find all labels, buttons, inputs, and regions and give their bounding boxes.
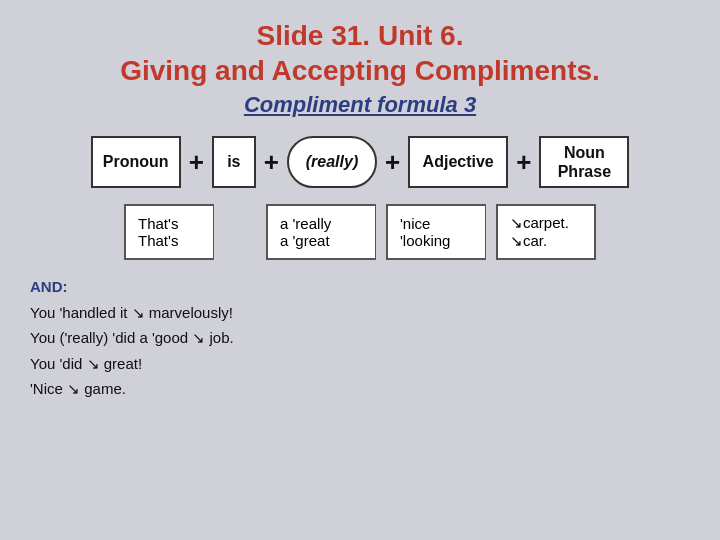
pronoun-box: Pronoun bbox=[91, 136, 181, 188]
really-box: (really) bbox=[287, 136, 377, 188]
and-section: AND: You 'handled it ↘ marvelously! You … bbox=[20, 274, 700, 402]
adjective-ex-2: 'looking bbox=[400, 232, 473, 249]
plus-4: + bbox=[514, 147, 533, 178]
formula-row: Pronoun + is + (really) + Adjective + No… bbox=[20, 136, 700, 188]
examples-row: That's That's a 'really a 'great 'nice '… bbox=[20, 204, 700, 260]
really-ex-1: a 'really bbox=[280, 215, 363, 232]
really-ex-2: a 'great bbox=[280, 232, 363, 249]
and-label: AND: bbox=[30, 278, 68, 295]
really-examples: a 'really a 'great bbox=[266, 204, 376, 260]
pronoun-examples: That's That's bbox=[124, 204, 214, 260]
and-line-1: You 'handled it ↘ marvelously! bbox=[30, 304, 233, 321]
and-line-4: 'Nice ↘ game. bbox=[30, 380, 126, 397]
is-box: is bbox=[212, 136, 256, 188]
and-line-2: You ('really) 'did a 'good ↘ job. bbox=[30, 329, 234, 346]
pronoun-ex-1: That's bbox=[138, 215, 201, 232]
subtitle: Compliment formula 3 bbox=[244, 92, 476, 118]
noun-ex-1: ↘carpet. bbox=[510, 214, 582, 232]
pronoun-ex-2: That's bbox=[138, 232, 201, 249]
noun-examples: ↘carpet. ↘car. bbox=[496, 204, 596, 260]
adjective-box: Adjective bbox=[408, 136, 508, 188]
and-line-3: You 'did ↘ great! bbox=[30, 355, 142, 372]
plus-3: + bbox=[383, 147, 402, 178]
noun-phrase-box: NounPhrase bbox=[539, 136, 629, 188]
adjective-examples: 'nice 'looking bbox=[386, 204, 486, 260]
noun-ex-2: ↘car. bbox=[510, 232, 582, 250]
plus-2: + bbox=[262, 147, 281, 178]
plus-1: + bbox=[187, 147, 206, 178]
title: Slide 31. Unit 6. Giving and Accepting C… bbox=[120, 18, 600, 88]
adjective-ex-1: 'nice bbox=[400, 215, 473, 232]
